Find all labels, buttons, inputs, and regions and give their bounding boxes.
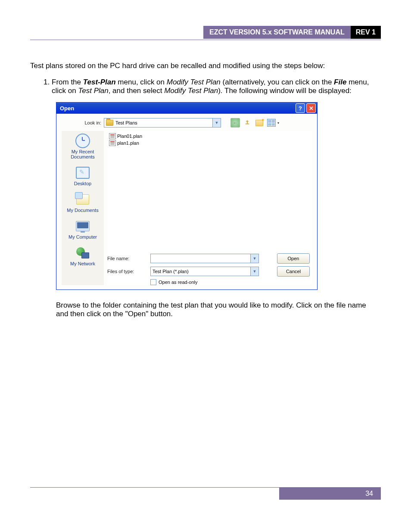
- place-documents[interactable]: My Documents: [62, 190, 104, 216]
- file-icon: [109, 133, 116, 139]
- place-computer[interactable]: My Computer: [62, 216, 104, 243]
- places-bar: My Recent Documents Desktop My Documents…: [62, 131, 104, 285]
- lookin-label: Look in:: [62, 120, 104, 125]
- dialog-titlebar: Open ? ✕: [56, 103, 317, 114]
- close-button[interactable]: ✕: [306, 103, 316, 113]
- readonly-label: Open as read-only: [159, 280, 198, 285]
- step-1: From the Test-Plan menu, click on Modify…: [52, 78, 381, 95]
- folder-icon: [106, 120, 113, 126]
- file-list[interactable]: Plan01.plan plan1.plan: [107, 131, 312, 251]
- cancel-button[interactable]: Cancel: [277, 266, 310, 277]
- up-one-level-button[interactable]: [243, 118, 252, 128]
- page-header: EZCT VERSION 5.x SOFTWARE MANUAL REV 1: [30, 26, 381, 39]
- filename-input[interactable]: ▼: [150, 254, 259, 263]
- open-dialog: Open ? ✕ Look in: Test Plans ▼ ←: [56, 102, 318, 290]
- documents-icon: [76, 194, 89, 205]
- lookin-value: Test Plans: [115, 120, 137, 125]
- computer-icon: [76, 221, 90, 231]
- readonly-checkbox[interactable]: [150, 279, 156, 285]
- chevron-down-icon[interactable]: ▼: [250, 254, 258, 263]
- file-icon: [109, 140, 116, 146]
- place-desktop[interactable]: Desktop: [62, 163, 104, 190]
- help-button[interactable]: ?: [296, 103, 305, 113]
- place-recent[interactable]: My Recent Documents: [62, 131, 104, 163]
- views-button[interactable]: [267, 118, 276, 128]
- page-number: 34: [279, 488, 381, 500]
- intro-text: Test plans stored on the PC hard drive c…: [30, 62, 381, 70]
- open-button[interactable]: Open: [277, 253, 310, 264]
- network-icon: [76, 247, 89, 258]
- back-button[interactable]: ←: [230, 118, 240, 128]
- clock-icon: [75, 134, 90, 148]
- after-text: Browse to the folder containing the test…: [56, 301, 375, 318]
- file-item[interactable]: plan1.plan: [109, 140, 310, 146]
- filename-label: File name:: [107, 256, 150, 261]
- lookin-combo[interactable]: Test Plans ▼: [104, 118, 221, 128]
- chevron-down-icon[interactable]: ▼: [212, 118, 221, 127]
- file-item[interactable]: Plan01.plan: [109, 133, 310, 140]
- header-rev: REV 1: [351, 26, 381, 39]
- header-title: EZCT VERSION 5.x SOFTWARE MANUAL: [203, 26, 351, 39]
- new-folder-button[interactable]: [255, 118, 264, 128]
- filetype-label: Files of type:: [107, 269, 150, 274]
- chevron-down-icon[interactable]: ▼: [250, 267, 258, 276]
- desktop-icon: [76, 167, 90, 179]
- place-network[interactable]: My Network: [62, 243, 104, 270]
- filetype-select[interactable]: Test Plan (*.plan) ▼: [150, 267, 259, 276]
- dialog-title: Open: [60, 105, 74, 112]
